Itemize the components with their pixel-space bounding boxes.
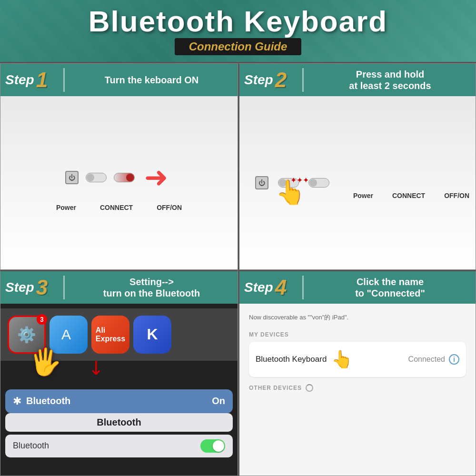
step-2-header: Step 2 Press and hold at least 2 seconds [239,64,476,96]
step-1-arrow: ➜ [144,163,168,192]
bt-panel-left: ✱ Bluetooth [13,395,70,407]
step-4-label: Step 4 [244,277,297,298]
step-1-word: Step [5,72,34,88]
loading-spinner [306,384,313,392]
page-subtitle: Connection Guide [189,40,288,53]
step-2-connect-label: CONNECT [392,192,425,199]
bt-panel-label: Bluetooth [26,396,70,407]
bt-settings-label: Bluetooth [13,441,49,451]
hand-cursor-icon: 👆 ✦✦✦ [276,180,305,204]
step-2-power-icon: ⏻ [255,176,268,189]
step-3-bluetooth-heading: Bluetooth [5,413,233,432]
step-1-divider [63,68,65,92]
steps-grid: Step 1 Turn the keboard ON ⏻ [0,62,476,476]
step-2-offon-label: OFF/ON [444,192,469,199]
step-1-power-label: Power [56,204,76,211]
ali-text: AliExpress [96,326,125,343]
step-3-divider [63,276,65,299]
offon-toggle-on [114,173,135,182]
click-dots-icon: ✦✦✦ [290,177,309,184]
step-4-header: Step 4 Click the name to "Connected" [239,271,476,304]
step-1-connect-label: CONNECT [100,204,133,211]
bt-settings-panel[interactable]: Bluetooth [5,435,233,457]
offon-switch-item [114,173,135,182]
page-header: Bluetooth Keyboard Connection Guide [0,0,476,62]
k-app-letter: K [147,326,158,343]
step-3-cell: Step 3 Setting--> turn on the Bluetooth … [0,270,238,476]
step-2-label: Step 2 [244,69,297,90]
step-4-description: Click the name to "Connected" [309,276,471,299]
aliexpress-icon[interactable]: AliExpress [91,316,129,354]
device-name: Bluetooth Keyboard [256,355,327,364]
step-2-body: ⏻ 👆 ✦✦✦ [239,96,476,269]
step-1-offon-label: OFF/ON [157,204,182,211]
offon-toggle-knob [126,174,134,181]
step-2-power-item: ⏻ [255,176,268,189]
step-2-offon-knob [309,179,317,187]
my-devices-label: MY DEVICES [249,331,466,338]
step-1-bottom-labels: Power CONNECT OFF/ON [56,204,182,211]
step-3-body: ⚙️ 3 A AliExpress K 🖐️ ↙ [0,304,238,476]
connect-switch-item [86,173,107,182]
step-1-diagram: ⏻ ➜ [0,144,238,221]
step-4-body: Now discoverable as ""von"的 iPad". MY DE… [239,304,476,476]
connected-status: Connected [408,355,445,364]
step-2-offon-item [308,178,329,188]
power-switch-item: ⏻ [65,171,79,184]
step-2-connect-item: 👆 ✦✦✦ [278,178,299,188]
step-2-description: Press and hold at least 2 seconds [309,69,471,91]
device-right: Connected i [408,354,459,365]
svg-text:A: A [61,327,71,342]
step-2-switches-row: ⏻ 👆 ✦✦✦ [246,167,339,199]
step-2-word: Step [244,72,273,88]
step-1-switches-row: ⏻ ➜ [65,163,173,192]
step-1-label: Step 1 [5,69,58,90]
step-1-number: 1 [36,69,48,90]
discoverable-text: Now discoverable as ""von"的 iPad". [249,313,466,322]
step-1-body: ⏻ ➜ [0,96,238,269]
step-2-cell: Step 2 Press and hold at least 2 seconds… [238,63,476,270]
hand-tap-icon: 👆 [331,349,353,369]
step-4-divider [302,276,304,299]
step-3-hand-area: 🖐️ ↙ [0,361,238,389]
other-devices-label: OTHER DEVICES [249,384,466,392]
step-4-number: 4 [275,277,287,298]
k-app-icon[interactable]: K [133,316,171,354]
step-4-word: Step [244,280,273,295]
step-2-bottom-labels: Power CONNECT OFF/ON [353,192,469,199]
other-devices-text: OTHER DEVICES [249,385,302,391]
step-3-header: Step 3 Setting--> turn on the Bluetooth [0,271,238,304]
bluetooth-panel: ✱ Bluetooth On [5,389,233,413]
connect-toggle-knob [87,174,94,181]
step-2-offon-toggle [308,178,329,188]
device-row[interactable]: Bluetooth Keyboard 👆 Connected i [249,342,466,377]
badge-count: 3 [37,314,47,325]
step-3-number: 3 [36,277,48,298]
info-icon[interactable]: i [449,354,459,365]
step-3-word: Step [5,280,34,295]
step-3-bluetooth-label-text: Bluetooth [97,417,141,427]
step-1-cell: Step 1 Turn the keboard ON ⏻ [0,63,238,270]
appstore-svg: A [59,325,78,344]
device-row-left: Bluetooth Keyboard 👆 [256,349,353,369]
bt-toggle-knob [213,440,224,452]
step-1-header: Step 1 Turn the keboard ON [0,64,238,96]
bt-toggle-green[interactable] [200,439,225,453]
bluetooth-icon: ✱ [13,395,21,407]
bt-status-text: On [212,396,225,407]
step-2-number: 2 [275,69,287,90]
step-3-label: Step 3 [5,277,58,298]
step-1-description: Turn the keboard ON [70,74,233,86]
step-3-description: Setting--> turn on the Bluetooth [70,276,233,299]
step-4-cell: Step 4 Click the name to "Connected" Now… [238,270,476,476]
power-icon: ⏻ [65,171,79,184]
step-3-hand-icon: 🖐️ [29,347,62,377]
step-2-power-label: Power [353,192,373,199]
connect-toggle-off [86,173,107,182]
step-2-divider [302,68,304,92]
subtitle-box: Connection Guide [175,38,302,55]
page-title: Bluetooth Keyboard [89,7,387,36]
